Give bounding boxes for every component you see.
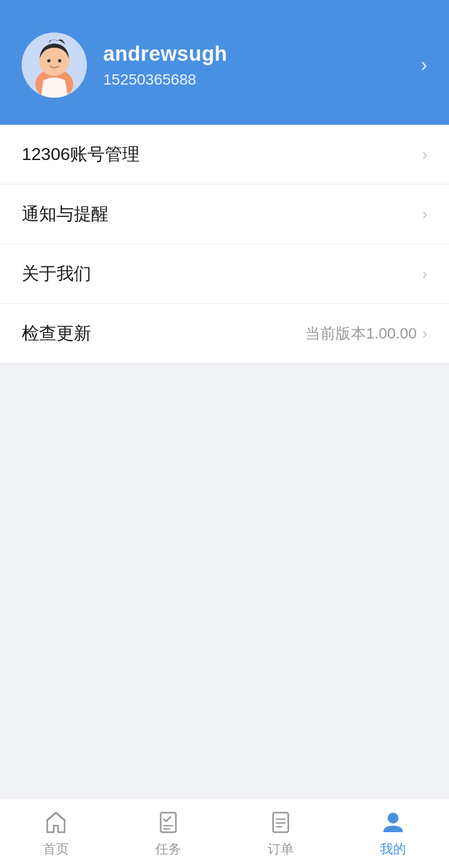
nav-item-orders[interactable]: 订单 [225,809,337,858]
menu-item-label: 12306账号管理 [22,143,140,167]
nav-label-mine: 我的 [380,840,406,858]
nav-label-home: 首页 [43,840,69,858]
menu-item-notifications[interactable]: 通知与提醒 › [0,184,449,244]
chevron-right-icon: › [422,206,427,223]
menu-item-account-management[interactable]: 12306账号管理 › [0,125,449,184]
profile-info: andrewsugh 15250365688 [103,42,227,88]
avatar [22,33,87,98]
bottom-nav: 首页 任务 订单 [0,797,449,868]
menu-list: 12306账号管理 › 通知与提醒 › 关于我们 › 检查更新 当前版本1.00… [0,125,449,363]
nav-item-tasks[interactable]: 任务 [112,809,225,858]
svg-point-12 [388,813,399,824]
nav-item-mine[interactable]: 我的 [337,809,449,858]
mine-icon [380,809,407,836]
menu-item-right: › [422,206,427,223]
svg-point-4 [58,59,61,62]
empty-space [0,363,449,797]
home-icon [42,809,69,836]
orders-icon [267,809,294,836]
menu-item-label: 检查更新 [22,322,91,346]
menu-item-about-us[interactable]: 关于我们 › [0,244,449,304]
profile-left: andrewsugh 15250365688 [22,33,227,98]
menu-item-right: › [422,265,427,283]
nav-item-home[interactable]: 首页 [0,809,112,858]
nav-label-orders: 订单 [268,840,294,858]
menu-item-right: 当前版本1.00.00 › [305,323,427,344]
chevron-right-icon: › [422,146,427,163]
chevron-right-icon: › [422,325,427,342]
username: andrewsugh [103,42,227,66]
tasks-icon [155,809,182,836]
profile-chevron-icon: › [421,54,427,76]
chevron-right-icon: › [422,265,427,283]
menu-item-check-update[interactable]: 检查更新 当前版本1.00.00 › [0,304,449,363]
menu-item-label: 通知与提醒 [22,202,109,226]
menu-item-right: › [422,146,427,163]
nav-label-tasks: 任务 [155,840,181,858]
menu-item-label: 关于我们 [22,262,91,286]
profile-header[interactable]: andrewsugh 15250365688 › [0,0,449,125]
svg-point-3 [47,59,50,62]
version-value: 当前版本1.00.00 [305,323,416,344]
phone: 15250365688 [103,71,227,88]
